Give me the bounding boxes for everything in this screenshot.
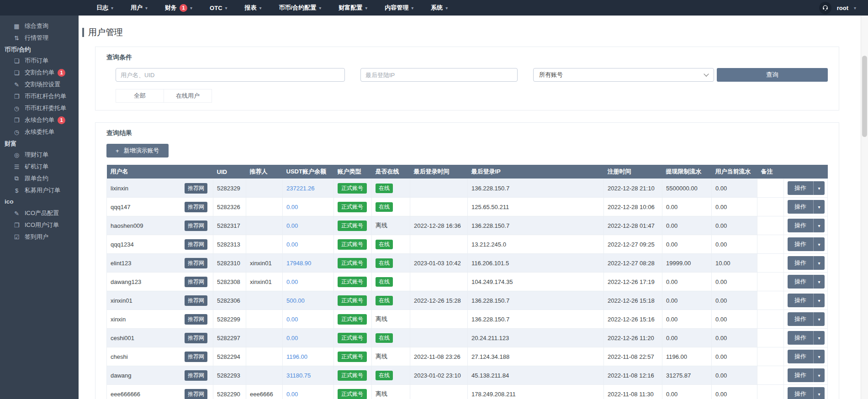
balance-link[interactable]: 0.00 — [286, 316, 298, 323]
nav-item-0[interactable]: 日志▾ — [88, 0, 122, 16]
username-uid-input[interactable] — [116, 68, 345, 82]
referral-network-button[interactable]: 推荐网 — [185, 333, 207, 343]
sidebar-item-11[interactable]: ◎理财订单 — [0, 149, 79, 161]
action-button[interactable]: 操作▾ — [788, 219, 825, 232]
nav-item-8[interactable]: 系统▾ — [422, 0, 456, 16]
action-dropdown-toggle[interactable]: ▾ — [813, 312, 825, 326]
cell-account-type: 正式账号 — [334, 385, 372, 399]
action-button-label[interactable]: 操作 — [788, 219, 813, 232]
referral-network-button[interactable]: 推荐网 — [185, 352, 207, 362]
action-button-label[interactable]: 操作 — [788, 312, 813, 326]
action-button-label[interactable]: 操作 — [788, 181, 813, 195]
nav-item-5[interactable]: 币币/合约配置▾ — [270, 0, 330, 16]
action-button-label[interactable]: 操作 — [788, 200, 813, 214]
action-button[interactable]: 操作▾ — [788, 331, 825, 345]
sidebar-item-8[interactable]: ❐永续合约单1 — [0, 114, 79, 126]
sidebar-item-5[interactable]: ✎交割场控设置 — [0, 79, 79, 90]
sidebar-item-3[interactable]: ❏币币订单 — [0, 55, 79, 67]
cell-uid: 5282326 — [213, 198, 246, 216]
sidebar-item-18[interactable]: ☑签到用户 — [0, 231, 79, 243]
action-button[interactable]: 操作▾ — [788, 312, 825, 326]
sidebar-item-14[interactable]: $私募用户订单 — [0, 184, 79, 196]
action-dropdown-toggle[interactable]: ▾ — [813, 387, 825, 399]
balance-link[interactable]: 0.00 — [286, 335, 298, 341]
tab-online-users[interactable]: 在线用户 — [164, 89, 212, 103]
referral-network-button[interactable]: 推荐网 — [185, 202, 207, 212]
table-row: dawang推荐网528229331180.75正式账号在线2023-01-02… — [107, 366, 828, 385]
table-row: qqq1234推荐网52823130.00正式账号在线13.212.245.02… — [107, 235, 828, 254]
balance-link[interactable]: 0.00 — [286, 222, 298, 229]
action-dropdown-toggle[interactable]: ▾ — [813, 350, 825, 363]
balance-link[interactable]: 0.00 — [286, 391, 298, 398]
action-dropdown-toggle[interactable]: ▾ — [813, 256, 825, 270]
account-type-select[interactable]: 所有账号 — [533, 68, 714, 82]
nav-item-2[interactable]: 财务1▾ — [156, 0, 201, 16]
action-dropdown-toggle[interactable]: ▾ — [813, 294, 825, 307]
sidebar-item-13[interactable]: ⧉跟单合约 — [0, 173, 79, 184]
action-button[interactable]: 操作▾ — [788, 237, 825, 251]
tab-all[interactable]: 全部 — [116, 89, 164, 103]
sidebar-item-1[interactable]: ⇅行情管理 — [0, 32, 79, 44]
add-demo-account-button[interactable]: + 新增演示账号 — [106, 144, 169, 158]
referral-network-button[interactable]: 推荐网 — [185, 370, 207, 381]
nav-item-7[interactable]: 内容管理▾ — [376, 0, 422, 16]
referral-network-button[interactable]: 推荐网 — [185, 183, 207, 194]
action-button[interactable]: 操作▾ — [788, 350, 825, 363]
action-button-label[interactable]: 操作 — [788, 387, 813, 399]
referral-network-button[interactable]: 推荐网 — [185, 277, 207, 287]
balance-link[interactable]: 0.00 — [286, 204, 298, 210]
last-login-ip-input[interactable] — [360, 68, 518, 82]
sidebar-item-12[interactable]: ☰矿机订单 — [0, 161, 79, 173]
action-dropdown-toggle[interactable]: ▾ — [813, 237, 825, 251]
action-dropdown-toggle[interactable]: ▾ — [813, 331, 825, 345]
action-button[interactable]: 操作▾ — [788, 294, 825, 307]
action-button[interactable]: 操作▾ — [788, 368, 825, 382]
action-button[interactable]: 操作▾ — [788, 200, 825, 214]
action-dropdown-toggle[interactable]: ▾ — [813, 181, 825, 195]
action-dropdown-toggle[interactable]: ▾ — [813, 219, 825, 232]
action-button-label[interactable]: 操作 — [788, 350, 813, 363]
sidebar-item-label: 理财订单 — [25, 151, 48, 159]
balance-link[interactable]: 500.00 — [286, 297, 305, 304]
referral-network-button[interactable]: 推荐网 — [185, 314, 207, 325]
action-button-label[interactable]: 操作 — [788, 368, 813, 382]
referral-network-button[interactable]: 推荐网 — [185, 239, 207, 250]
scrollbar-thumb[interactable] — [862, 56, 867, 137]
support-button[interactable] — [819, 2, 831, 14]
action-dropdown-toggle[interactable]: ▾ — [813, 200, 825, 214]
balance-link[interactable]: 17948.90 — [286, 260, 311, 267]
action-dropdown-toggle[interactable]: ▾ — [813, 275, 825, 289]
current-user[interactable]: root — [837, 5, 848, 11]
sidebar-item-0[interactable]: ▦综合查询 — [0, 20, 79, 32]
nav-item-4[interactable]: 报表▾ — [236, 0, 270, 16]
balance-link[interactable]: 1196.00 — [286, 353, 307, 360]
referral-network-button[interactable]: 推荐网 — [185, 389, 207, 399]
action-button[interactable]: 操作▾ — [788, 387, 825, 399]
nav-item-6[interactable]: 财富配置▾ — [330, 0, 376, 16]
referral-network-button[interactable]: 推荐网 — [185, 258, 207, 268]
balance-link[interactable]: 31180.75 — [286, 372, 311, 379]
referral-network-button[interactable]: 推荐网 — [185, 295, 207, 306]
sidebar-item-16[interactable]: ✎ICO产品配置 — [0, 207, 79, 219]
sidebar-item-9[interactable]: ◷永续委托单 — [0, 126, 79, 138]
nav-item-1[interactable]: 用户▾ — [122, 0, 156, 16]
action-dropdown-toggle[interactable]: ▾ — [813, 368, 825, 382]
sidebar-item-7[interactable]: ◷币币杠杆委托单 — [0, 102, 79, 114]
balance-link[interactable]: 237221.26 — [286, 185, 314, 192]
action-button[interactable]: 操作▾ — [788, 181, 825, 195]
sidebar-item-6[interactable]: ❐币币杠杆合约单 — [0, 90, 79, 102]
nav-item-3[interactable]: OTC▾ — [201, 0, 236, 16]
action-button[interactable]: 操作▾ — [788, 275, 825, 289]
action-button-label[interactable]: 操作 — [788, 294, 813, 307]
action-button-label[interactable]: 操作 — [788, 237, 813, 251]
referral-network-button[interactable]: 推荐网 — [185, 220, 207, 231]
action-button-label[interactable]: 操作 — [788, 256, 813, 270]
action-button-label[interactable]: 操作 — [788, 275, 813, 289]
sidebar-item-4[interactable]: ❏交割合约单1 — [0, 67, 79, 79]
search-button[interactable]: 查询 — [717, 68, 828, 82]
action-button-label[interactable]: 操作 — [788, 331, 813, 345]
sidebar-item-17[interactable]: ❐ICO用户订单 — [0, 219, 79, 231]
balance-link[interactable]: 0.00 — [286, 241, 298, 248]
balance-link[interactable]: 0.00 — [286, 278, 298, 285]
action-button[interactable]: 操作▾ — [788, 256, 825, 270]
